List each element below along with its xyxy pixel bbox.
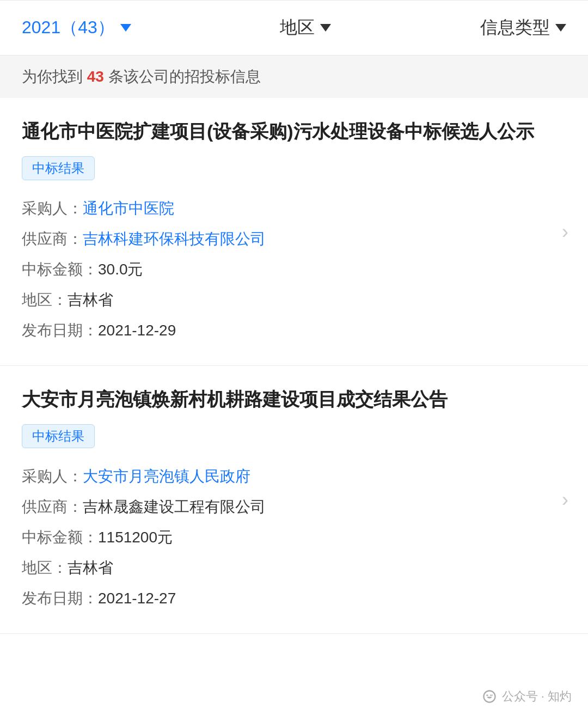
result-suffix: 条该公司的招投标信息 — [104, 68, 261, 85]
list-item[interactable]: 通化市中医院扩建项目(设备采购)污水处理设备中标候选人公示 中标结果 采购人： … — [0, 98, 588, 366]
supplier-label: 供应商： — [22, 224, 83, 254]
buyer-value[interactable]: 通化市中医院 — [83, 193, 174, 224]
chevron-right-icon: › — [562, 488, 568, 511]
supplier-value[interactable]: 吉林科建环保科技有限公司 — [83, 224, 266, 254]
result-prefix: 为你找到 — [22, 68, 87, 85]
supplier-label: 供应商： — [22, 492, 83, 522]
region-label: 地区： — [22, 553, 68, 583]
status-badge: 中标结果 — [22, 156, 95, 180]
region-row: 地区： 吉林省 — [22, 553, 566, 583]
wechat-icon — [481, 688, 498, 705]
region-label: 地区： — [22, 285, 68, 315]
watermark: 公众号 · 知灼 — [481, 688, 572, 705]
filter-bar: 2021（43） 地区 信息类型 — [0, 0, 588, 56]
year-filter-label: 2021（43） — [22, 16, 115, 40]
watermark-text: 公众号 · 知灼 — [502, 688, 572, 705]
date-row: 发布日期： 2021-12-29 — [22, 315, 566, 346]
region-value: 吉林省 — [68, 553, 113, 583]
info-type-filter-label: 信息类型 — [480, 16, 550, 40]
cards-container: 通化市中医院扩建项目(设备采购)污水处理设备中标候选人公示 中标结果 采购人： … — [0, 98, 588, 634]
region-value: 吉林省 — [68, 285, 113, 315]
region-filter-label: 地区 — [280, 16, 315, 40]
amount-value: 1151200元 — [98, 522, 173, 553]
info-type-filter[interactable]: 信息类型 — [480, 16, 566, 40]
region-filter[interactable]: 地区 — [280, 16, 331, 40]
region-row: 地区： 吉林省 — [22, 285, 566, 315]
year-filter[interactable]: 2021（43） — [22, 16, 131, 40]
supplier-value: 吉林晟鑫建设工程有限公司 — [83, 492, 266, 522]
date-row: 发布日期： 2021-12-27 — [22, 583, 566, 614]
date-value: 2021-12-29 — [98, 315, 176, 346]
date-label: 发布日期： — [22, 583, 98, 614]
supplier-row: 供应商： 吉林晟鑫建设工程有限公司 — [22, 492, 566, 522]
year-chevron-icon — [120, 24, 131, 32]
date-value: 2021-12-27 — [98, 583, 176, 614]
amount-value: 30.0元 — [98, 254, 143, 285]
amount-row: 中标金额： 30.0元 — [22, 254, 566, 285]
supplier-row: 供应商： 吉林科建环保科技有限公司 — [22, 224, 566, 254]
region-chevron-icon — [320, 24, 331, 32]
card-title: 大安市月亮泡镇焕新村机耕路建设项目成交结果公告 — [22, 386, 566, 413]
result-count: 43 — [87, 68, 104, 85]
date-label: 发布日期： — [22, 315, 98, 346]
buyer-value[interactable]: 大安市月亮泡镇人民政府 — [83, 461, 250, 492]
buyer-row: 采购人： 通化市中医院 — [22, 193, 566, 224]
info-type-chevron-icon — [555, 24, 566, 32]
amount-label: 中标金额： — [22, 254, 98, 285]
list-item[interactable]: 大安市月亮泡镇焕新村机耕路建设项目成交结果公告 中标结果 采购人： 大安市月亮泡… — [0, 366, 588, 634]
card-info: 采购人： 大安市月亮泡镇人民政府 供应商： 吉林晟鑫建设工程有限公司 中标金额：… — [22, 461, 566, 614]
buyer-label: 采购人： — [22, 193, 83, 224]
chevron-right-icon: › — [562, 221, 568, 243]
amount-label: 中标金额： — [22, 522, 98, 553]
card-info: 采购人： 通化市中医院 供应商： 吉林科建环保科技有限公司 中标金额： 30.0… — [22, 193, 566, 346]
status-badge: 中标结果 — [22, 424, 95, 448]
card-title: 通化市中医院扩建项目(设备采购)污水处理设备中标候选人公示 — [22, 118, 566, 145]
buyer-row: 采购人： 大安市月亮泡镇人民政府 — [22, 461, 566, 492]
amount-row: 中标金额： 1151200元 — [22, 522, 566, 553]
result-summary: 为你找到 43 条该公司的招投标信息 — [0, 56, 588, 98]
buyer-label: 采购人： — [22, 461, 83, 492]
